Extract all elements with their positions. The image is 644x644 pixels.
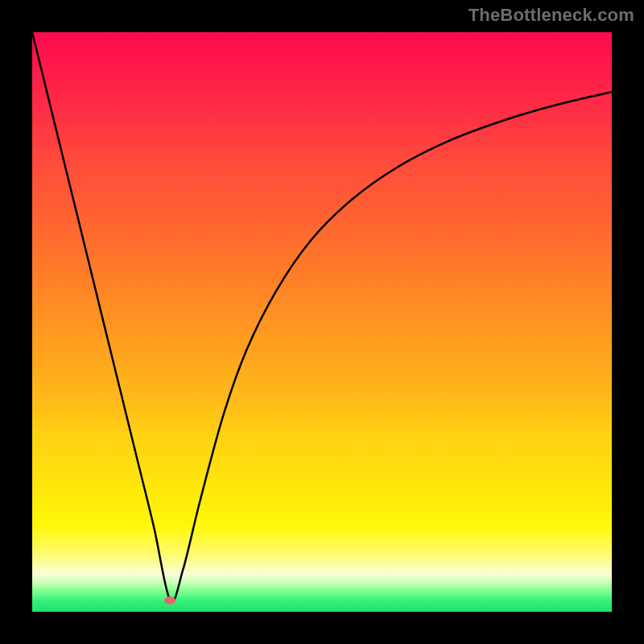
watermark-text: TheBottleneck.com [469, 5, 634, 26]
chart-curve [32, 32, 612, 612]
chart-frame: TheBottleneck.com [0, 0, 644, 644]
chart-minimum-marker [164, 597, 175, 605]
plot-area [32, 32, 612, 612]
